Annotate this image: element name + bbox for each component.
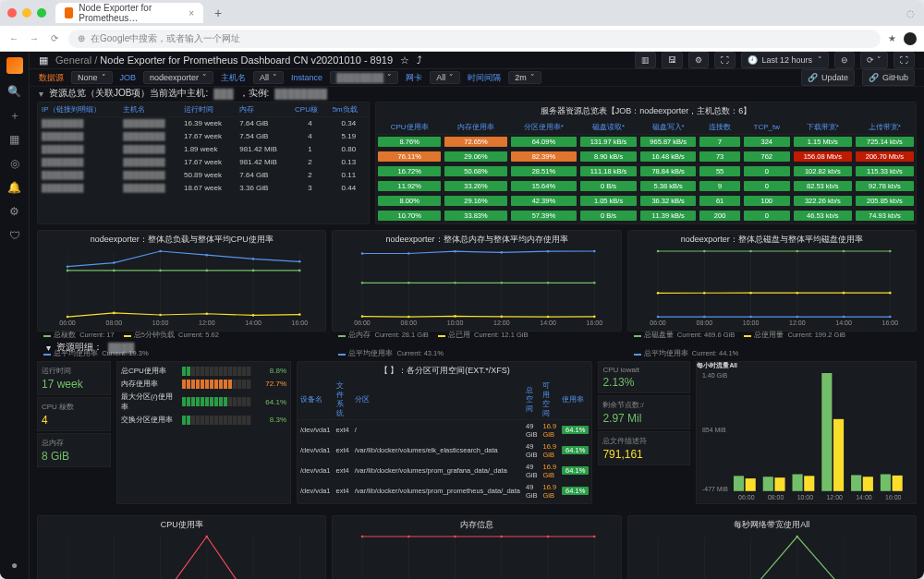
svg-rect-109 (893, 476, 903, 491)
settings-button[interactable]: ⚙ (688, 52, 709, 68)
var-interval[interactable]: 2m ˅ (508, 71, 541, 84)
svg-point-42 (361, 282, 364, 284)
var-host[interactable]: All ˅ (253, 71, 284, 84)
var-datasource[interactable]: None ˅ (71, 71, 113, 84)
svg-point-16 (252, 270, 255, 272)
alerting-icon[interactable]: 🔔 (8, 181, 21, 194)
row-overview-header[interactable]: ▾ 资源总览（关联JOB项）当前选中主机: ███ ，实例: ████████ (30, 87, 924, 100)
maximize-window-button[interactable] (37, 8, 46, 18)
hosts-table: IP（链接到明细）主机名运行时间内存CPU核5m负载 █████████████… (38, 103, 369, 195)
svg-text:12:00: 12:00 (827, 494, 844, 501)
svg-point-58 (547, 250, 550, 253)
svg-text:16:00: 16:00 (885, 494, 902, 501)
svg-point-174 (796, 535, 798, 537)
svg-point-46 (547, 282, 550, 284)
svg-rect-106 (863, 476, 873, 491)
svg-point-74 (749, 250, 752, 253)
zoom-out-button[interactable]: ⊖ (834, 52, 855, 68)
svg-point-28 (252, 258, 255, 260)
var-job[interactable]: nodeexporter ˅ (143, 71, 213, 84)
row-detail-header[interactable]: ▾ 资源明细： ████ (37, 339, 917, 356)
help-icon[interactable]: ● (8, 559, 21, 572)
new-tab-button[interactable]: + (209, 6, 227, 20)
svg-point-151 (547, 535, 550, 537)
close-tab-icon[interactable]: × (188, 8, 194, 18)
share-icon[interactable]: ⤴ (417, 54, 422, 66)
svg-point-81 (796, 292, 798, 295)
browser-extensions: ★ (888, 32, 917, 45)
create-icon[interactable]: ＋ (8, 109, 21, 122)
save-button[interactable]: 🖫 (662, 52, 683, 68)
svg-text:08:00: 08:00 (401, 320, 418, 326)
svg-point-56 (455, 250, 457, 253)
svg-point-78 (656, 292, 659, 295)
link-github[interactable]: 🔗 GitHub (862, 69, 915, 86)
account-icon[interactable]: ◌ (904, 8, 917, 18)
svg-point-50 (455, 315, 457, 318)
grafana-logo[interactable] (6, 57, 23, 74)
svg-point-82 (842, 292, 845, 295)
var-nic[interactable]: All ˅ (430, 71, 460, 84)
svg-point-149 (455, 535, 457, 537)
cycle-view-button[interactable]: ⛶ (714, 52, 736, 68)
svg-point-59 (593, 250, 596, 253)
extension-icon[interactable]: ★ (888, 33, 896, 43)
net-bw-panel: 每秒网络带宽使用All 06:0008:0010:0012:0014:0016:… (627, 515, 917, 579)
star-icon[interactable]: ☆ (400, 54, 409, 66)
back-button[interactable]: ← (7, 33, 20, 43)
profile-avatar[interactable] (904, 32, 917, 45)
svg-text:06:00: 06:00 (738, 494, 755, 501)
kiosk-button[interactable]: ⛶ (894, 52, 915, 68)
svg-point-57 (501, 251, 504, 254)
close-window-button[interactable] (7, 8, 17, 18)
dashboard-topbar: ▦ General / Node Exporter for Prometheus… (30, 52, 924, 69)
reload-button[interactable]: ⟳ (48, 33, 61, 43)
var-interval-label: 时间间隔 (468, 72, 501, 84)
svg-point-22 (252, 314, 255, 317)
traffic-lights (7, 8, 46, 18)
search-icon[interactable]: 🔍 (8, 85, 21, 98)
svg-rect-103 (833, 419, 844, 491)
svg-point-18 (67, 316, 69, 319)
iowait-stats: CPU iowait 2.13% 剩余节点数:/ 2.97 Mil 总文件描述符… (598, 361, 690, 504)
svg-point-49 (407, 316, 410, 319)
svg-point-48 (361, 315, 364, 318)
svg-point-73 (703, 250, 706, 253)
forward-button[interactable]: → (28, 33, 41, 43)
refresh-button[interactable]: ⟳ ˅ (860, 52, 888, 68)
svg-point-83 (889, 292, 892, 295)
svg-text:16:00: 16:00 (292, 320, 309, 326)
address-input[interactable]: ⊕ 在Google中搜索，或者输入一个网址 (68, 30, 881, 48)
svg-point-19 (113, 312, 116, 315)
svg-point-72 (656, 250, 659, 253)
explore-icon[interactable]: ◎ (8, 157, 21, 170)
add-panel-button[interactable]: ▥ (635, 52, 656, 68)
chevron-down-icon: ▾ (46, 343, 51, 353)
svg-point-54 (361, 252, 364, 255)
svg-point-15 (205, 270, 208, 272)
var-instance[interactable]: ████████ ˅ (330, 71, 398, 84)
svg-rect-108 (881, 475, 891, 491)
server-overview-panel: 服务器资源总览表【JOB：nodeexporter，主机总数：6】 CPU使用率… (375, 102, 917, 224)
browser-tab-active[interactable]: Node Exporter for Prometheus… × (55, 3, 203, 23)
load-chart-title: nodeexporter：整体总负载与整体平均CPU使用率 (38, 231, 325, 248)
svg-point-76 (842, 250, 845, 253)
svg-text:12:00: 12:00 (493, 320, 510, 326)
svg-point-147 (361, 535, 364, 537)
crumb-general[interactable]: General (55, 54, 91, 66)
configuration-icon[interactable]: ⚙ (8, 205, 21, 218)
svg-point-23 (298, 313, 301, 316)
var-instance-label: Instance (291, 73, 322, 82)
svg-text:14:00: 14:00 (245, 320, 261, 326)
link-update[interactable]: 🔗 Update (801, 69, 855, 86)
search-icon: ⊕ (78, 33, 85, 43)
server-admin-icon[interactable]: 🛡 (8, 229, 21, 242)
svg-rect-99 (793, 475, 803, 491)
time-range-picker[interactable]: 🕘 Last 12 hours ˅ (741, 52, 829, 68)
svg-point-150 (501, 535, 504, 537)
stat-cores: CPU 核数 4 (37, 397, 111, 431)
minimize-window-button[interactable] (22, 8, 31, 18)
svg-text:10:00: 10:00 (797, 494, 814, 501)
mem-info-title: 内存信息 (333, 516, 620, 534)
dashboards-icon[interactable]: ▦ (8, 133, 21, 146)
